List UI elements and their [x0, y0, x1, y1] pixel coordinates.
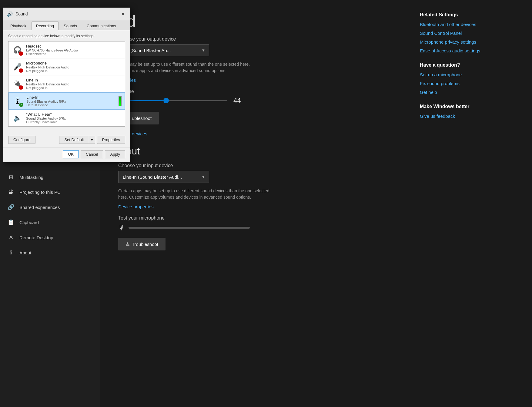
sidebar-item-label: Multitasking — [19, 175, 43, 180]
sound-dialog: 🔊 Sound ✕ Playback Recording Sounds Comm… — [3, 8, 130, 162]
ok-button[interactable]: OK — [63, 150, 79, 158]
configure-button[interactable]: Configure — [8, 136, 35, 144]
sidebar-item-multitasking[interactable]: ⊞ Multitasking — [0, 170, 100, 185]
status-badge-linein: ↓ — [19, 85, 23, 90]
have-question-heading: Have a question? — [420, 62, 523, 68]
set-default-button[interactable]: Set Default — [59, 136, 89, 144]
device-icon-headset: 🎧 ↓ — [12, 44, 23, 56]
right-panel: Related Settings Bluetooth and other dev… — [411, 0, 532, 407]
related-bluetooth-link[interactable]: Bluetooth and other devices — [420, 22, 523, 27]
status-badge-microphone: ↓ — [19, 68, 23, 73]
dialog-close-button[interactable]: ✕ — [119, 10, 126, 18]
device-linein-realtek[interactable]: 🔌 ↓ Line In Realtek High Definition Audi… — [8, 75, 125, 92]
device-info-whatuhear: "What U Hear" Sound Blaster Audigy 5/Rx … — [26, 112, 122, 124]
input-device-dropdown[interactable]: Line-In (Sound Blaster Audi... ▾ — [118, 171, 209, 183]
clipboard-icon: 📋 — [7, 219, 15, 226]
mic-bar-row: 🎙 — [118, 224, 393, 232]
make-better-heading: Make Windows better — [420, 104, 523, 109]
related-mic-privacy-link[interactable]: Microphone privacy settings — [420, 39, 523, 45]
device-microphone[interactable]: 🎤 ↓ Microphone Realtek High Definition A… — [8, 58, 125, 75]
input-device-value: Line-In (Sound Blaster Audi... — [123, 174, 182, 180]
main-content: nd Choose your output device ers (Sound … — [100, 0, 411, 407]
tab-sounds[interactable]: Sounds — [59, 22, 82, 30]
dialog-action-row: OK Cancel Apply — [3, 147, 130, 162]
related-ease-access-link[interactable]: Ease of Access audio settings — [420, 48, 523, 53]
get-help-link[interactable]: Get help — [420, 90, 523, 95]
about-icon: ℹ — [7, 249, 15, 256]
troubleshoot-label: ubleshoot — [132, 116, 152, 121]
device-info-linein-realtek: Line In Realtek High Definition Audio No… — [26, 78, 122, 90]
mic-test-label: Test your microphone — [118, 215, 393, 221]
projecting-icon: 📽 — [7, 189, 15, 195]
device-info-linein-audigy: Line-In Sound Blaster Audigy 5/Rx Defaul… — [26, 95, 117, 107]
status-badge-headset: ↓ — [19, 51, 23, 56]
remote-icon: ✕ — [7, 234, 15, 241]
volume-number: 44 — [233, 97, 246, 104]
device-name-microphone: Microphone — [26, 61, 122, 65]
tab-playback[interactable]: Playback — [6, 22, 31, 30]
dialog-title: Sound — [15, 12, 28, 16]
dialog-titlebar: 🔊 Sound ✕ — [3, 8, 130, 20]
device-icon-linein-audigy: 🎛 ✓ — [12, 95, 23, 107]
output-section: Choose your output device ers (Sound Bla… — [118, 36, 393, 137]
input-troubleshoot-button[interactable]: ⚠ Troubleshoot — [118, 238, 166, 250]
dialog-body: Select a recording device below to modif… — [3, 30, 130, 133]
sound-dialog-icon: 🔊 — [7, 11, 13, 17]
warning-icon: ⚠ — [125, 241, 129, 247]
device-level-meter — [119, 96, 122, 106]
set-default-dropdown-button[interactable]: ▾ — [89, 136, 95, 144]
sidebar-item-about[interactable]: ℹ About — [0, 245, 100, 260]
related-settings-section: Related Settings Bluetooth and other dev… — [420, 12, 523, 53]
sidebar-item-shared[interactable]: 🔗 Shared experiences — [0, 200, 100, 215]
device-headset[interactable]: 🎧 ↓ Headset LW NCH700 Hands-Free AG Audi… — [8, 41, 125, 58]
properties-button[interactable]: Properties — [97, 136, 125, 144]
volume-row: 44 — [118, 97, 393, 104]
sidebar-item-label: Projecting to this PC — [19, 190, 61, 195]
input-info-text: Certain apps may be set up to use differ… — [118, 188, 270, 200]
device-status-headset: Disconnected — [26, 52, 122, 56]
chevron-down-icon: ▾ — [202, 48, 205, 53]
device-status-microphone: Not plugged in — [26, 69, 122, 73]
related-soundpanel-link[interactable]: Sound Control Panel — [420, 31, 523, 36]
output-device-dropdown[interactable]: ers (Sound Blaster Au... ▾ — [118, 44, 209, 56]
device-status-whatuhear: Currently unavailable — [26, 120, 122, 124]
make-better-section: Make Windows better Give us feedback — [420, 104, 523, 119]
shared-icon: 🔗 — [7, 204, 15, 210]
status-badge-linein-audigy: ✓ — [19, 103, 23, 107]
microphone-icon: 🎙 — [118, 224, 125, 232]
page-title: nd — [118, 12, 393, 30]
output-device-label: Choose your output device — [118, 36, 393, 42]
input-title: Input — [118, 146, 393, 157]
device-linein-audigy[interactable]: 🎛 ✓ Line-In Sound Blaster Audigy 5/Rx De… — [8, 92, 125, 110]
sidebar-item-remote[interactable]: ✕ Remote Desktop — [0, 230, 100, 245]
device-whatuhear[interactable]: 🔈 "What U Hear" Sound Blaster Audigy 5/R… — [8, 110, 125, 126]
multitasking-icon: ⊞ — [7, 174, 15, 180]
fix-sound-link[interactable]: Fix sound problems — [420, 81, 523, 86]
input-properties-link[interactable]: Device properties — [118, 204, 154, 209]
sidebar-item-label: About — [19, 250, 31, 255]
device-name-headset: Headset — [26, 44, 122, 48]
input-device-label: Choose your input device — [118, 163, 393, 168]
tab-recording[interactable]: Recording — [32, 22, 59, 30]
cancel-button[interactable]: Cancel — [81, 150, 103, 158]
mic-level-bar — [129, 227, 250, 229]
device-icon-microphone: 🎤 ↓ — [12, 61, 23, 73]
setup-mic-link[interactable]: Set up a microphone — [420, 72, 523, 77]
device-sub-linein-audigy: Sound Blaster Audigy 5/Rx — [26, 100, 117, 103]
output-info-text: apps may be set up to use different soun… — [118, 61, 270, 74]
set-default-group: Set Default ▾ — [59, 136, 95, 144]
device-sub-whatuhear: Sound Blaster Audigy 5/Rx — [26, 117, 122, 120]
sidebar-item-projecting[interactable]: 📽 Projecting to this PC — [0, 185, 100, 200]
tab-communications[interactable]: Communications — [82, 22, 121, 30]
device-name-linein-audigy: Line-In — [26, 95, 117, 100]
dialog-tabs: Playback Recording Sounds Communications — [3, 20, 130, 30]
sidebar-item-clipboard[interactable]: 📋 Clipboard — [0, 215, 100, 230]
device-list: 🎧 ↓ Headset LW NCH700 Hands-Free AG Audi… — [8, 41, 125, 127]
apply-button[interactable]: Apply — [105, 150, 125, 158]
feedback-link[interactable]: Give us feedback — [420, 114, 523, 119]
troubleshoot-label: Troubleshoot — [132, 242, 158, 247]
volume-slider-thumb[interactable] — [163, 98, 169, 103]
volume-slider-track[interactable] — [118, 100, 227, 101]
device-info-microphone: Microphone Realtek High Definition Audio… — [26, 61, 122, 73]
dialog-title-left: 🔊 Sound — [7, 11, 28, 17]
